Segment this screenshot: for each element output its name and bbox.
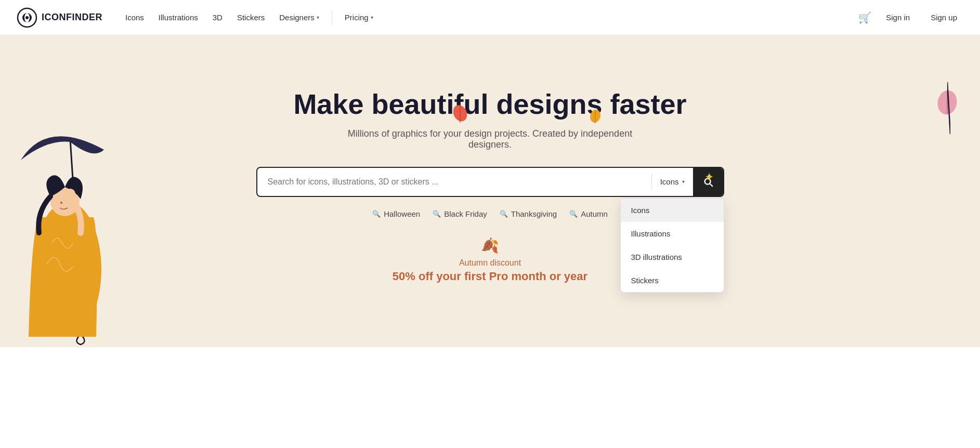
quick-tags: 🔍 Halloween 🔍 Black Friday 🔍 Thanksgivin… <box>372 209 608 218</box>
dropdown-option-stickers[interactable]: Stickers <box>621 269 724 292</box>
search-type-selector[interactable]: Icons ▾ <box>652 168 693 196</box>
discount-label: Autumn discount <box>393 258 587 268</box>
search-type-dropdown: Icons Illustrations 3D illustrations Sti… <box>620 198 724 293</box>
quick-tag-halloween[interactable]: 🔍 Halloween <box>372 209 420 218</box>
cart-icon[interactable]: 🛒 <box>858 11 871 24</box>
quick-tag-label: Thanksgiving <box>511 209 557 218</box>
svg-point-3 <box>25 16 29 19</box>
hero-section: Make beautiful designs faster Millions o… <box>0 35 980 347</box>
discount-section: 🍂 Autumn discount 50% off your first Pro… <box>393 237 587 283</box>
dropdown-option-3d[interactable]: 3D illustrations <box>621 245 724 269</box>
sparkle-decoration: ✦ <box>704 170 714 184</box>
svg-point-14 <box>65 189 75 199</box>
svg-point-15 <box>60 202 62 204</box>
nav-item-stickers[interactable]: Stickers <box>231 9 271 26</box>
logo-link[interactable]: ICONFINDER <box>17 7 102 28</box>
dropdown-option-illustrations[interactable]: Illustrations <box>621 222 724 245</box>
hero-title: Make beautiful designs faster <box>293 89 686 120</box>
discount-text: 50% off your first Pro month or year <box>393 270 587 283</box>
nav-item-3d[interactable]: 3D <box>206 9 229 26</box>
pricing-chevron-icon: ▾ <box>371 15 373 20</box>
quick-tag-autumn[interactable]: 🔍 Autumn <box>569 209 608 218</box>
nav-item-icons[interactable]: Icons <box>119 9 150 26</box>
main-nav: Icons Illustrations 3D Stickers Designer… <box>119 9 858 26</box>
nav-item-designers[interactable]: Designers ▾ <box>273 9 325 26</box>
diagonal-decoration <box>947 82 950 134</box>
leaf-decoration-3 <box>934 87 960 117</box>
hero-illustration <box>0 87 114 347</box>
logo-text: ICONFINDER <box>42 12 102 23</box>
designers-chevron-icon: ▾ <box>317 15 319 20</box>
search-type-label: Icons <box>660 177 679 186</box>
dropdown-option-icons[interactable]: Icons <box>621 199 724 222</box>
quick-tag-thanksgiving[interactable]: 🔍 Thanksgiving <box>500 209 557 218</box>
search-small-icon: 🔍 <box>372 210 381 218</box>
search-box: Icons ▾ <box>256 167 724 197</box>
sign-in-button[interactable]: Sign in <box>880 10 916 25</box>
quick-tag-label: Black Friday <box>444 209 487 218</box>
navbar: ICONFINDER Icons Illustrations 3D Sticke… <box>0 0 980 35</box>
nav-divider <box>332 10 332 25</box>
quick-tag-label: Autumn <box>581 209 608 218</box>
quick-tag-label: Halloween <box>384 209 420 218</box>
search-container: Icons ▾ Icons Illustrations 3D illustrat… <box>256 167 724 197</box>
logo-icon <box>17 7 37 28</box>
search-small-icon-3: 🔍 <box>500 210 508 218</box>
search-small-icon-4: 🔍 <box>569 210 578 218</box>
svg-line-10 <box>947 82 950 134</box>
nav-item-pricing[interactable]: Pricing ▾ <box>338 9 380 26</box>
sign-up-button[interactable]: Sign up <box>924 10 963 25</box>
search-input[interactable] <box>257 168 651 196</box>
autumn-leaf-icon: 🍂 <box>393 237 587 254</box>
nav-item-illustrations[interactable]: Illustrations <box>152 9 204 26</box>
quick-tag-black-friday[interactable]: 🔍 Black Friday <box>433 209 487 218</box>
hero-subtitle: Millions of graphics for your design pro… <box>334 128 646 150</box>
search-type-chevron-icon: ▾ <box>682 179 685 185</box>
search-small-icon-2: 🔍 <box>433 210 441 218</box>
svg-point-8 <box>936 89 959 116</box>
navbar-right: 🛒 Sign in Sign up <box>858 10 963 25</box>
